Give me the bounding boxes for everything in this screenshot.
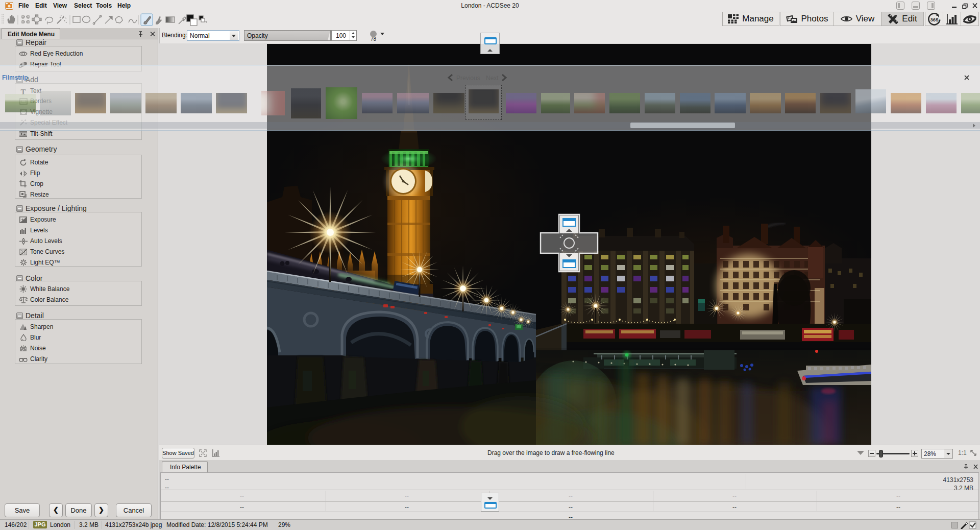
svg-text:365: 365 [930, 16, 939, 22]
